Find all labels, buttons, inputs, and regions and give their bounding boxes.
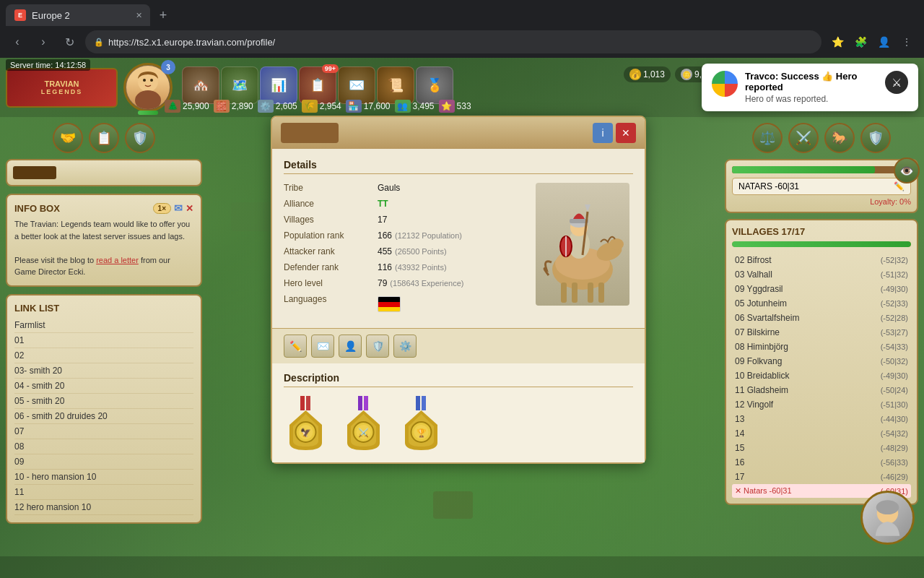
- alliance-value[interactable]: TT: [378, 199, 388, 209]
- village-item-jotunheim[interactable]: 05 Jotunheim (-52|33): [732, 296, 911, 311]
- tribute-button[interactable]: 🛡️: [366, 335, 389, 358]
- village-item-svartalfsheim[interactable]: 06 Svartalfsheim (-52|28): [732, 311, 911, 325]
- village-item-16[interactable]: 16 (-56|33): [732, 455, 911, 470]
- medal-2-svg: ⚔️: [344, 396, 383, 454]
- description-section: Description: [272, 363, 645, 462]
- new-tab-button[interactable]: +: [153, 5, 173, 25]
- village-item-15[interactable]: 15 (-48|29): [732, 441, 911, 455]
- tasks-icon[interactable]: 📋: [89, 123, 119, 153]
- natars-x-mark: ✕ Natars -60|31: [735, 486, 792, 496]
- clay-amount: 2,890: [232, 101, 253, 111]
- achievements-icon[interactable]: 🏅: [416, 66, 453, 104]
- village-item-himinbjorg[interactable]: 08 Himinbjörg (-54|33): [732, 340, 911, 354]
- gold-display: 💰 1,013: [624, 66, 671, 82]
- village-item-folkvang[interactable]: 09 Folkvang (-50|32): [732, 354, 911, 368]
- tab-title: Europe 2: [32, 10, 70, 21]
- hero-level-value: 79: [378, 278, 387, 288]
- village-item-gladsheim[interactable]: 11 Gladsheim (-50|24): [732, 383, 911, 397]
- svg-rect-8: [561, 282, 567, 303]
- link-02[interactable]: 02: [14, 348, 193, 363]
- village-item-vingolf[interactable]: 12 Vingolf (-51|30): [732, 397, 911, 412]
- link-05[interactable]: 05 - smith 20: [14, 394, 193, 409]
- info-button[interactable]: i: [593, 123, 613, 143]
- village-item-bilskirne[interactable]: 07 Bilskirne (-53|27): [732, 325, 911, 340]
- hero-portrait-area: [532, 183, 633, 318]
- wood-amount: 25,900: [183, 101, 209, 111]
- back-button[interactable]: ‹: [7, 32, 27, 52]
- link-10[interactable]: 10 - hero mansion 10: [14, 470, 193, 485]
- shield-action-icon[interactable]: 🛡️: [860, 123, 891, 153]
- menu-button[interactable]: ⋮: [897, 32, 917, 52]
- svg-text:🦅: 🦅: [300, 427, 311, 438]
- village-nav-icon[interactable]: 🏘️: [182, 66, 219, 104]
- info-box-close[interactable]: ✕: [186, 203, 193, 214]
- report-button[interactable]: 👤: [339, 335, 362, 358]
- village-item-breidablick[interactable]: 10 Breidablick (-49|30): [732, 368, 911, 383]
- edit-profile-button[interactable]: ✏️: [284, 335, 307, 358]
- link-08[interactable]: 08: [14, 439, 193, 454]
- villages-progress-bar: [732, 241, 911, 247]
- link-07[interactable]: 07: [14, 424, 193, 439]
- link-12[interactable]: 12 hero mansion 10: [14, 500, 193, 515]
- village-item-17[interactable]: 17 (-46|29): [732, 470, 911, 484]
- details-title: Details: [284, 159, 633, 174]
- active-tab[interactable]: E Europe 2 ✕: [6, 4, 150, 26]
- more-button[interactable]: ⚙️: [393, 335, 417, 358]
- quests-icon[interactable]: 📜: [377, 66, 414, 104]
- close-dialog-button[interactable]: ✕: [616, 123, 636, 143]
- villages-value: 17: [378, 215, 387, 225]
- bookmark-button[interactable]: ⭐: [827, 32, 847, 52]
- population-amount: 3,495: [413, 101, 435, 111]
- reports-icon[interactable]: 📋 99+: [299, 66, 336, 104]
- server-time-value: 14:12:58: [55, 61, 86, 69]
- profile-button[interactable]: 👤: [873, 32, 894, 52]
- link-03[interactable]: 03- smith 20: [14, 363, 193, 379]
- horse-icon[interactable]: 🐎: [824, 123, 855, 153]
- link-farmlist[interactable]: Farmlist: [14, 318, 193, 333]
- natars-progress-bar: [732, 166, 911, 173]
- pop-rank-row: Population rank 166 (12132 Population): [284, 230, 520, 241]
- natars-village-display[interactable]: NATARS -60|31 ✏️: [732, 178, 911, 195]
- natars-village-name: NATARS -60|31: [738, 181, 799, 191]
- balance-icon[interactable]: ⚖️: [752, 123, 783, 153]
- server-time-label: Server time:: [10, 61, 53, 69]
- medal-1-svg: 🦅: [286, 396, 326, 454]
- reload-button[interactable]: ↻: [59, 32, 79, 52]
- combat-icon[interactable]: ⚔️: [788, 123, 819, 153]
- messages-icon[interactable]: ✉️: [338, 66, 375, 104]
- info-badge: 1×: [153, 203, 171, 214]
- culture-resource: ⭐ 533: [439, 100, 471, 113]
- forward-button[interactable]: ›: [33, 32, 53, 52]
- village-item-yggdrasil[interactable]: 09 Yggdrasil (-49|30): [732, 282, 911, 296]
- village-item-14[interactable]: 14 (-54|32): [732, 426, 911, 441]
- extensions-button[interactable]: 🧩: [850, 32, 871, 52]
- info-link[interactable]: read a letter: [96, 256, 139, 264]
- info-box-content: The Travian: Legends team would like to …: [14, 218, 193, 278]
- tab-close-button[interactable]: ✕: [133, 9, 144, 21]
- link-04[interactable]: 04 - smith 20: [14, 379, 193, 394]
- link-09[interactable]: 09: [14, 454, 193, 470]
- trade-icon[interactable]: 🤝: [53, 123, 83, 153]
- profile-dialog: i ✕ Details Tribe Gauls Alliance TT: [271, 116, 646, 464]
- link-11[interactable]: 11: [14, 485, 193, 500]
- player-name-bar: [13, 166, 56, 179]
- statistics-icon[interactable]: 📊: [260, 66, 297, 104]
- def-rank-row: Defender rank 116 (43932 Points): [284, 262, 520, 272]
- gold-amount: 1,013: [643, 69, 665, 79]
- settings-icon[interactable]: 🛡️: [125, 123, 155, 153]
- link-06[interactable]: 06 - smith 20 druides 20: [14, 409, 193, 424]
- message-button[interactable]: ✉️: [311, 335, 334, 358]
- tab-bar: E Europe 2 ✕ +: [0, 0, 924, 26]
- village-item-13[interactable]: 13 (-44|30): [732, 412, 911, 426]
- tribe-row: Tribe Gauls: [284, 183, 520, 193]
- link-01[interactable]: 01: [14, 333, 193, 348]
- travian-logo: TRAVIAN LEGENDS: [6, 68, 118, 108]
- village-item-bifrost[interactable]: 02 Bifrost (-52|32): [732, 253, 911, 267]
- details-table: Tribe Gauls Alliance TT Villages 17 Po: [284, 183, 520, 318]
- map-nav-icon[interactable]: 🗺️: [221, 66, 258, 104]
- address-bar[interactable]: 🔒 https://ts2.x1.europe.travian.com/prof…: [85, 30, 821, 53]
- village-item-valhall[interactable]: 03 Valhall (-51|32): [732, 267, 911, 282]
- game-area: Server time: 14:12:58 TRAVIAN LEGENDS: [0, 58, 924, 578]
- att-rank-label: Attacker rank: [284, 246, 378, 256]
- view-all-icon[interactable]: 👁️: [894, 158, 920, 184]
